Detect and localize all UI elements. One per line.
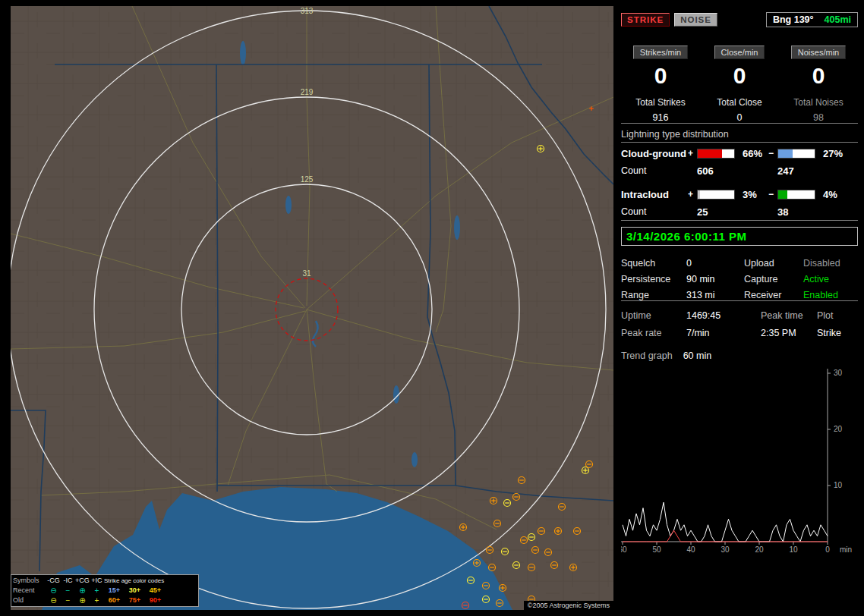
total-strikes-value: 916: [621, 112, 700, 123]
legend-age-title: Strike age color codes: [104, 576, 167, 586]
peak-time-value: 2:35 PM: [761, 328, 817, 338]
squelch-label: Squelch: [621, 258, 686, 269]
svg-text:60: 60: [621, 545, 627, 554]
bearing-display: Bng 139° 405mi: [766, 12, 858, 27]
svg-text:10: 10: [789, 545, 798, 554]
close-per-min-column: Close/min 0 Total Close 0: [700, 46, 779, 123]
current-timestamp: 3/14/2026 6:00:11 PM: [621, 227, 858, 246]
cg-count-label: Count: [621, 165, 688, 176]
receiver-label: Receiver: [744, 290, 803, 300]
strikes-per-min-value: 0: [621, 64, 700, 88]
svg-text:20: 20: [755, 545, 764, 554]
legend-col--ic: -IC: [61, 576, 75, 586]
ic-plus-pct: 3%: [739, 189, 768, 200]
range-ring-label: 31: [302, 269, 311, 278]
plot-label: Plot: [817, 310, 858, 321]
rate-counters: Strikes/min 0 Total Strikes 916 Close/mi…: [621, 46, 858, 123]
uptime-label: Uptime: [621, 310, 686, 321]
cg-plus-count: 606: [688, 165, 768, 177]
cg-minus-old-icon: ⊖: [46, 596, 61, 605]
squelch-value: 0: [686, 258, 744, 269]
legend-recent-row: Recent ⊖ − ⊕ + 15+ 30+ 45+: [13, 586, 197, 596]
minus-sign: −: [768, 148, 777, 159]
upload-status: Disabled: [803, 258, 858, 269]
separator: [621, 123, 858, 124]
peak-rate-value: 7/min: [686, 328, 761, 338]
cg-plus-pct: 66%: [739, 148, 768, 159]
strikes-per-min-column: Strikes/min 0 Total Strikes 916: [621, 46, 700, 123]
plus-sign: +: [688, 189, 697, 200]
distribution-title: Lightning type distribution: [621, 129, 858, 143]
ic-plus-old-icon: +: [90, 596, 104, 605]
age-45: 45+: [145, 586, 166, 596]
bearing-distance: 405mi: [825, 14, 851, 25]
svg-text:40: 40: [686, 545, 695, 554]
upload-label: Upload: [744, 258, 803, 269]
svg-text:30: 30: [834, 369, 843, 377]
cg-plus-icon: ⊕: [75, 586, 90, 596]
intracloud-count-row: Count 25 38: [621, 203, 858, 220]
total-strikes-label: Total Strikes: [621, 97, 700, 108]
range-label: Range: [621, 290, 686, 300]
strikes-per-min-button[interactable]: Strikes/min: [633, 46, 688, 59]
svg-text:min: min: [840, 545, 852, 554]
noise-indicator[interactable]: NOISE: [674, 13, 717, 27]
cg-minus-bar: [777, 149, 815, 159]
age-90: 90+: [145, 596, 166, 605]
ic-plus-count: 25: [688, 206, 768, 218]
bearing-value: Bng 139°: [773, 14, 814, 25]
map-canvas: 31321912531: [11, 6, 613, 610]
legend-old-row: Old ⊖ − ⊕ + 60+ 75+ 90+: [13, 596, 197, 605]
ic-minus-icon: −: [61, 586, 75, 596]
cloud-ground-label: Cloud-ground: [621, 148, 688, 159]
cg-minus-icon: ⊖: [46, 586, 61, 596]
total-close-value: 0: [700, 112, 779, 123]
age-60: 60+: [104, 596, 125, 605]
persistence-label: Persistence: [621, 274, 686, 284]
trend-graph: 1020306050403020100min: [621, 366, 859, 557]
trend-graph-header: Trend graph 60 min: [621, 350, 858, 361]
uptime-value: 1469:45: [686, 310, 761, 321]
trend-graph-window: 60 min: [683, 350, 712, 361]
cg-minus-pct: 27%: [820, 148, 858, 159]
ic-minus-bar: [777, 190, 815, 200]
separator: [621, 220, 858, 221]
ic-plus-bar: [697, 190, 735, 200]
range-ring-label: 219: [301, 88, 314, 96]
cloud-ground-count-row: Count 606 247: [621, 162, 858, 179]
noises-per-min-value: 0: [779, 64, 858, 88]
legend-col-pic: +IC: [90, 576, 104, 586]
legend-old-label: Old: [13, 596, 46, 605]
ic-minus-pct: 4%: [820, 189, 858, 200]
capture-label: Capture: [744, 274, 803, 284]
ic-minus-count: 38: [768, 206, 858, 218]
separator: [621, 300, 858, 301]
range-ring-label: 125: [301, 175, 314, 184]
capture-status: Active: [803, 274, 858, 284]
cloud-ground-row: Cloud-ground + 66% − 27%: [621, 144, 858, 162]
peak-rate-label: Peak rate: [621, 328, 686, 338]
range-ring-label: 313: [301, 7, 314, 15]
copyright-notice: ©2005 Astrogenic Systems: [524, 601, 613, 610]
noises-per-min-button[interactable]: Noises/min: [791, 46, 846, 59]
close-per-min-button[interactable]: Close/min: [714, 46, 765, 59]
cg-plus-bar: [697, 149, 735, 159]
total-noises-value: 98: [779, 112, 858, 123]
svg-text:20: 20: [834, 425, 843, 433]
range-value: 313 mi: [686, 290, 744, 300]
total-noises-label: Total Noises: [779, 97, 858, 108]
noises-per-min-column: Noises/min 0 Total Noises 98: [779, 46, 858, 123]
legend-col-pcg: +CG: [75, 576, 90, 586]
age-75: 75+: [125, 596, 145, 605]
strike-indicator[interactable]: STRIKE: [621, 13, 670, 27]
plot-value: Strike: [817, 328, 858, 338]
app-window: 31321912531 Symbols -CG -IC +CG +IC Stri…: [0, 0, 864, 616]
stats-grid: Uptime 1469:45 Peak time Plot Peak rate …: [621, 310, 858, 338]
minus-sign: −: [768, 189, 777, 200]
map-legend: Symbols -CG -IC +CG +IC Strike age color…: [11, 574, 199, 607]
persistence-value: 90 min: [686, 274, 744, 284]
close-per-min-value: 0: [700, 64, 779, 88]
lightning-map[interactable]: 31321912531 Symbols -CG -IC +CG +IC Stri…: [11, 6, 613, 610]
svg-text:30: 30: [721, 545, 730, 554]
ic-plus-icon: +: [90, 586, 104, 596]
